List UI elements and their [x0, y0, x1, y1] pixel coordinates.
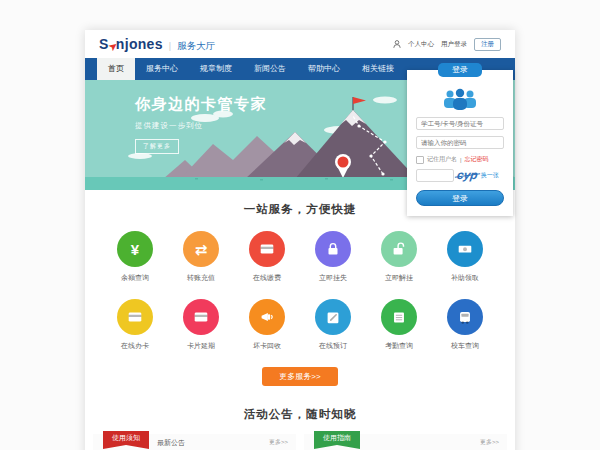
nav-item-help[interactable]: 帮助中心: [297, 58, 351, 80]
remember-row: 记住用户名 | 忘记密码: [416, 155, 504, 164]
edit-icon[interactable]: [315, 299, 351, 335]
service-item-subsidy[interactable]: 补助领取: [443, 231, 487, 283]
nav-item-links[interactable]: 相关链接: [351, 58, 405, 80]
services-row-2: 在线办卡 卡片延期 坏卡回收: [113, 299, 487, 351]
divider: |: [460, 157, 462, 163]
username-input[interactable]: [416, 117, 504, 130]
logo-text: njones: [116, 36, 163, 52]
service-label: 转账充值: [179, 273, 223, 283]
announcements-title: 活动公告，随时知晓: [93, 407, 507, 422]
service-item-unfreeze[interactable]: 立即解挂: [377, 231, 421, 283]
service-label: 坏卡回收: [245, 341, 289, 351]
banknote-icon[interactable]: [447, 231, 483, 267]
service-label: 立即挂失: [311, 273, 355, 283]
yuan-icon[interactable]: ¥: [117, 231, 153, 267]
register-button[interactable]: 注册: [474, 38, 501, 51]
services-row-1: ¥ 余额查询 ⇄ 转账充值 在线缴费: [113, 231, 487, 283]
hero-title: 你身边的卡管专家: [135, 95, 267, 114]
card-icon[interactable]: [117, 299, 153, 335]
nav-item-news[interactable]: 新闻公告: [243, 58, 297, 80]
service-item-school-bus[interactable]: 校车查询: [443, 299, 487, 351]
services-section: 一站服务，方便快捷 ¥ 余额查询 ⇄ 转账充值: [85, 190, 515, 395]
logo-divider: |: [169, 41, 171, 51]
service-label: 补助领取: [443, 273, 487, 283]
person-icon: [393, 40, 401, 48]
captcha-image[interactable]: cyp: [456, 169, 479, 182]
site-container: S ➤ njones | 服务大厅 个人中心 用户登录 注册 首页 服务中心 规…: [85, 30, 515, 450]
hero-text: 你身边的卡管专家 提供建设一步到位 了解更多: [135, 95, 267, 154]
logo[interactable]: S ➤ njones | 服务大厅: [99, 36, 215, 53]
login-button[interactable]: 登录: [416, 190, 504, 206]
list-icon[interactable]: [381, 299, 417, 335]
user-guide-ribbon-tab[interactable]: 使用指南: [314, 431, 360, 449]
personal-center-link[interactable]: 个人中心: [408, 40, 434, 49]
hero-banner: 你身边的卡管专家 提供建设一步到位 了解更多 登录 记住用户名 | 忘: [85, 80, 515, 190]
lock-icon[interactable]: [315, 231, 351, 267]
site-name: 服务大厅: [177, 40, 215, 53]
card-icon[interactable]: [183, 299, 219, 335]
nav-item-service-center[interactable]: 服务中心: [135, 58, 189, 80]
captcha-row: cyp 换一张: [416, 169, 504, 182]
bus-icon[interactable]: [447, 299, 483, 335]
service-item-card-extension[interactable]: 卡片延期: [179, 299, 223, 351]
service-label: 卡片延期: [179, 341, 223, 351]
announcement-panels: 使用须知 最新公告 更多>> 使用指南 更多>>: [93, 434, 507, 450]
password-input[interactable]: [416, 136, 504, 149]
user-login-link[interactable]: 用户登录: [441, 40, 467, 49]
forgot-password-link[interactable]: 忘记密码: [465, 155, 489, 164]
service-item-transfer[interactable]: ⇄ 转账充值: [179, 231, 223, 283]
usage-notes-ribbon-tab[interactable]: 使用须知: [103, 431, 149, 449]
captcha-refresh-link[interactable]: 换一张: [481, 171, 499, 180]
transfer-icon[interactable]: ⇄: [183, 231, 219, 267]
service-label: 余额查询: [113, 273, 157, 283]
more-services-button[interactable]: 更多服务>>: [262, 367, 338, 386]
service-label: 在线缴费: [245, 273, 289, 283]
service-item-report-loss[interactable]: 立即挂失: [311, 231, 355, 283]
announcement-panel-left: 使用须知 最新公告 更多>>: [93, 434, 296, 450]
announcement-panel-right: 使用指南 更多>>: [304, 434, 507, 450]
login-tab[interactable]: 登录: [438, 63, 482, 77]
more-link[interactable]: 更多>>: [269, 434, 288, 450]
latest-news-tab[interactable]: 最新公告: [157, 434, 185, 450]
service-item-card-recycle[interactable]: 坏卡回收: [245, 299, 289, 351]
nav-item-rules[interactable]: 规章制度: [189, 58, 243, 80]
remember-label: 记住用户名: [427, 155, 457, 164]
login-panel: 登录 记住用户名 | 忘记密码 cyp 换一张: [407, 70, 513, 216]
service-label: 在线办卡: [113, 341, 157, 351]
transfer-glyph: ⇄: [195, 242, 208, 257]
remember-checkbox[interactable]: [416, 156, 424, 164]
yuan-glyph: ¥: [131, 242, 139, 257]
service-item-balance[interactable]: ¥ 余额查询: [113, 231, 157, 283]
more-link[interactable]: 更多>>: [480, 434, 499, 450]
service-label: 考勤查询: [377, 341, 421, 351]
service-item-apply-card[interactable]: 在线办卡: [113, 299, 157, 351]
nav-item-home[interactable]: 首页: [97, 58, 135, 80]
card-icon[interactable]: [249, 231, 285, 267]
page-background: S ➤ njones | 服务大厅 个人中心 用户登录 注册 首页 服务中心 规…: [0, 0, 600, 450]
service-label: 校车查询: [443, 341, 487, 351]
hero-subtitle: 提供建设一步到位: [135, 121, 267, 131]
unlock-icon[interactable]: [381, 231, 417, 267]
announcements-section: 活动公告，随时知晓 使用须知 最新公告 更多>> 使用指南 更多>>: [85, 395, 515, 450]
flag-icon: [353, 97, 366, 104]
service-item-attendance[interactable]: 考勤查询: [377, 299, 421, 351]
users-group-icon: [440, 88, 480, 110]
megaphone-icon[interactable]: [249, 299, 285, 335]
service-label: 在线预订: [311, 341, 355, 351]
service-item-online-payment[interactable]: 在线缴费: [245, 231, 289, 283]
service-item-online-booking[interactable]: 在线预订: [311, 299, 355, 351]
top-meta: 个人中心 用户登录 注册: [393, 38, 501, 51]
captcha-input[interactable]: [416, 169, 454, 182]
service-label: 立即解挂: [377, 273, 421, 283]
hero-cta-button[interactable]: 了解更多: [135, 139, 179, 154]
top-bar: S ➤ njones | 服务大厅 个人中心 用户登录 注册: [85, 30, 515, 58]
